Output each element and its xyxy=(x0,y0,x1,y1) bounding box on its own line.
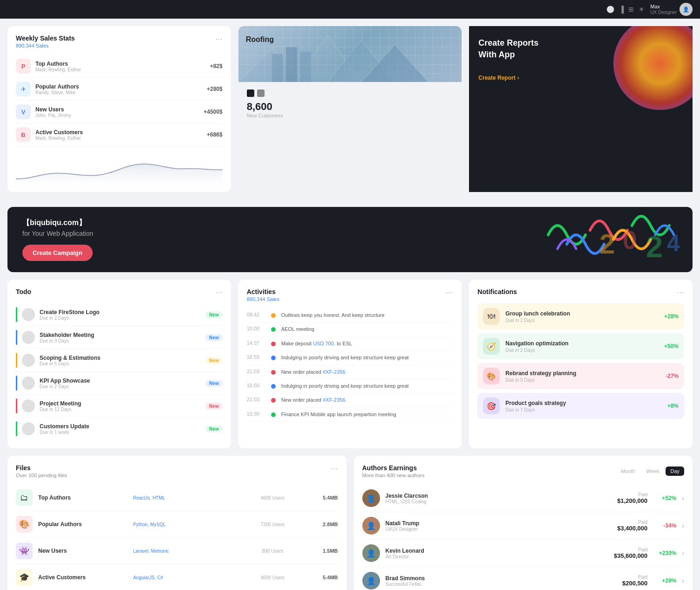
file-icon-2: 👾 xyxy=(16,542,33,559)
svg-text:0: 0 xyxy=(623,226,637,254)
todo-item-0: Create FireStone Logo Due in 2 Days New xyxy=(16,303,223,326)
author-row-1: 👤 Natali Trump UI/UX Designer Paid $3,40… xyxy=(362,512,685,540)
todo-item-3: KPI App Showcase Due in 2 Days New xyxy=(16,372,223,395)
svg-rect-6 xyxy=(300,52,311,82)
stat-value-0: +82$ xyxy=(210,63,223,69)
todo-info-2: Scoping & Estimations Due in 5 Days xyxy=(40,355,201,366)
bar-chart-icon[interactable]: ▐ xyxy=(619,6,624,13)
sales-chart xyxy=(16,151,223,184)
stat-row-1: ✈ Popular Authors Randy, Steve, Mike +28… xyxy=(16,78,223,101)
notifications-more-icon[interactable]: ⋯ xyxy=(677,288,684,297)
activities-more-icon[interactable]: ⋯ xyxy=(446,288,453,297)
roofing-title: Roofing xyxy=(238,30,281,49)
todo-info-4: Project Meeting Due in 12 Days xyxy=(40,400,201,412)
files-more-icon[interactable]: ⋯ xyxy=(331,464,338,473)
activities-card: Activities 890,344 Sales ⋯ 08:42 Outline… xyxy=(238,280,462,448)
bottom-row: Files Over 100 pending files ⋯ 🗂 Top Aut… xyxy=(0,456,700,590)
notif-value-0: +28% xyxy=(664,313,679,320)
activity-dot-5 xyxy=(271,384,276,389)
svg-text:2: 2 xyxy=(599,228,615,260)
author-info-3: Brad Simmons Successful Fellas xyxy=(386,575,617,587)
topbar: ⚪ ▐ ⊞ ☀ Max UX Designer 👤 xyxy=(0,0,700,19)
todo-badge-0: New xyxy=(205,311,223,318)
stat-people-3: Mark, Rowling, Esther xyxy=(35,136,83,141)
activity-1: 10:00 AEOL meeting xyxy=(247,322,454,336)
todo-item-1: Stakeholder Meeting Due in 3 Days New xyxy=(16,326,223,349)
svg-rect-4 xyxy=(272,54,283,82)
svg-text:4: 4 xyxy=(667,230,680,256)
period-buttons: Month Week Day xyxy=(616,467,684,476)
notification-2: 🎨 Rebrand strategy planning Due in 5 Day… xyxy=(477,363,684,389)
topbar-icons: ⚪ ▐ ⊞ ☀ xyxy=(606,6,645,13)
svg-rect-5 xyxy=(286,47,297,82)
todo-bar-3 xyxy=(16,376,17,391)
authors-header: Authors Earnings More than 400 new autho… xyxy=(362,464,685,478)
files-subtitle: Over 100 pending files xyxy=(16,473,67,478)
notif-icon-0: 🍽 xyxy=(483,308,500,325)
stat-name-1: Popular Authors xyxy=(35,83,79,90)
files-title: Files xyxy=(16,464,67,472)
create-campaign-button[interactable]: Create Campaign xyxy=(22,245,93,261)
notification-0: 🍽 Group lunch celebration Due in 2 Days … xyxy=(477,303,684,329)
todo-badge-5: New xyxy=(205,425,223,432)
todo-avatar-4 xyxy=(22,399,35,412)
search-icon[interactable]: ⚪ xyxy=(606,6,614,13)
activities-title: Activities xyxy=(247,288,279,295)
todo-bar-0 xyxy=(16,307,17,322)
nc-sq-gray xyxy=(257,89,265,97)
author-avatar-3: 👤 xyxy=(362,572,380,590)
new-customers-label: New Customers xyxy=(247,113,454,118)
top-authors-icon: P xyxy=(16,59,31,74)
todo-item-2: Scoping & Estimations Due in 5 Days New xyxy=(16,349,223,372)
activity-dot-6 xyxy=(271,398,276,403)
period-day[interactable]: Day xyxy=(666,467,684,476)
stat-people-2: John, Pat, Jimmy xyxy=(35,113,71,118)
author-info-1: Natali Trump UI/UX Designer xyxy=(386,520,612,532)
author-chevron-3[interactable]: › xyxy=(682,577,684,584)
notifications-header: Notifications ⋯ xyxy=(477,288,684,297)
period-week[interactable]: Week xyxy=(642,467,664,476)
author-avatar-0: 👤 xyxy=(362,489,380,507)
author-chevron-2[interactable]: › xyxy=(682,549,684,557)
create-report-link[interactable]: Create Report › xyxy=(478,75,683,81)
grid-icon[interactable]: ⊞ xyxy=(628,6,634,13)
active-customers-icon: B xyxy=(16,127,31,142)
stat-row-0: P Top Authors Mark, Rowling, Esther +82$ xyxy=(16,55,223,78)
activity-7: 10:30 Finance KPI Mobile app launch prep… xyxy=(247,408,454,422)
activity-dot-1 xyxy=(271,327,276,332)
period-month[interactable]: Month xyxy=(616,467,640,476)
todo-title: Todo xyxy=(16,288,31,295)
activities-subtitle: 890,344 Sales xyxy=(247,296,279,302)
file-row-1: 🎨 Popular Authors Python, MySQL 7200 Use… xyxy=(16,511,338,538)
notif-value-1: +50% xyxy=(664,343,679,350)
notif-info-0: Group lunch celebration Due in 2 Days xyxy=(505,310,659,323)
activity-dot-7 xyxy=(271,412,276,417)
activity-6: 21:03 New order placed #XF-2356. xyxy=(247,393,454,407)
notif-value-3: +8% xyxy=(667,403,679,409)
activity-2: 14:37 Make deposit USD 700. to ESL xyxy=(247,337,454,351)
sun-icon[interactable]: ☀ xyxy=(639,6,645,13)
campaign-decoration: 2 0 2 4 xyxy=(530,207,693,263)
roofing-card: Roofing 8,600 New Customers xyxy=(238,26,462,192)
author-info-0: Jessie Clarcson HTML, CSS Coding xyxy=(386,493,612,504)
todo-bar-5 xyxy=(16,421,17,436)
todo-more-icon[interactable]: ⋯ xyxy=(215,288,223,297)
author-change-3: +28% xyxy=(653,577,676,584)
notif-icon-1: 🧭 xyxy=(483,338,500,355)
activity-3: 16:50 Indulging in poorly driving and ke… xyxy=(247,351,454,365)
more-options-icon[interactable]: ⋯ xyxy=(215,34,223,43)
todo-item-4: Project Meeting Due in 12 Days New xyxy=(16,395,223,418)
author-chevron-0[interactable]: › xyxy=(682,494,684,502)
weekly-sales-card: Weekly Sales Stats 890,344 Sales ⋯ P Top… xyxy=(7,26,231,192)
author-change-2: +230% xyxy=(653,550,676,556)
files-card: Files Over 100 pending files ⋯ 🗂 Top Aut… xyxy=(7,456,347,590)
files-header: Files Over 100 pending files ⋯ xyxy=(16,464,338,478)
author-chevron-1[interactable]: › xyxy=(682,522,684,529)
todo-avatar-0 xyxy=(22,308,35,321)
user-avatar[interactable]: 👤 xyxy=(680,3,693,16)
todo-bar-2 xyxy=(16,353,17,368)
notif-icon-3: 🎯 xyxy=(483,398,500,414)
new-users-icon: V xyxy=(16,104,31,119)
campaign-banner: 【biqubiqu.com】 for Your Web Application … xyxy=(7,207,693,272)
authors-title: Authors Earnings xyxy=(362,464,425,472)
